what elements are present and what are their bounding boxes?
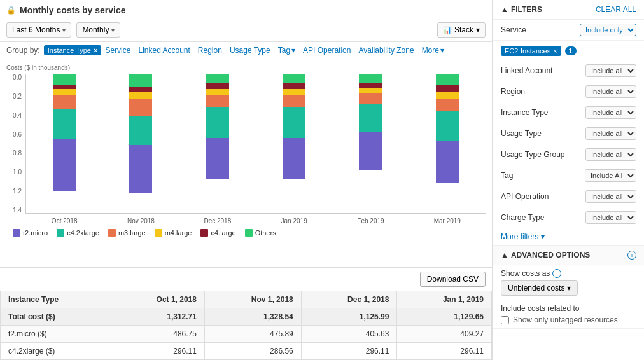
service-tag-remove-icon[interactable]: × [553, 47, 557, 55]
table-section: Download CSV Instance Type Oct 1, 2018 N… [0, 267, 492, 360]
bar-seg-others [206, 74, 229, 83]
col-oct: Oct 1, 2018 [111, 291, 204, 308]
bar-seg-others [283, 74, 305, 83]
table-cell-value: 475.89 [204, 326, 301, 343]
clear-all-button[interactable]: CLEAR ALL [596, 5, 636, 14]
include-costs-row: Include costs related to Show only untag… [493, 300, 644, 329]
download-csv-button[interactable]: Download CSV [420, 272, 486, 287]
groupby-link-more[interactable]: More ▾ [422, 46, 444, 55]
bar-seg-others [436, 74, 459, 85]
unblended-costs-button[interactable]: Unblended costs ▾ [501, 280, 578, 296]
data-table: Instance Type Oct 1, 2018 Nov 1, 2018 De… [0, 291, 492, 360]
page-header: 🔒 Monthly costs by service [0, 0, 492, 18]
groupby-link-usage-type[interactable]: Usage Type [230, 46, 270, 55]
bar-seg-c4large [283, 83, 305, 89]
filters-header: ▲ FILTERS CLEAR ALL [493, 0, 644, 20]
sidebar-filters: ▲ FILTERS CLEAR ALL Service Include only… [493, 0, 644, 360]
legend-item: t2.micro [13, 229, 48, 237]
bar-seg-t2micro [206, 138, 229, 179]
col-nov: Nov 1, 2018 [204, 291, 301, 308]
bar-seg-c4large [129, 87, 152, 92]
legend-item: m4.large [155, 229, 192, 237]
legend-color-swatch [57, 229, 64, 237]
bar-seg-c4x2large [206, 107, 229, 138]
linked-account-filter-select[interactable]: Include all [585, 64, 636, 77]
groupby-link-availability-zone[interactable]: Availability Zone [358, 46, 414, 55]
col-jan: Jan 1, 2019 [397, 291, 492, 308]
filter-row-usage-type: Usage Type Include all [493, 123, 644, 144]
bar-seg-m4large [436, 92, 459, 99]
api-operation-filter-select[interactable]: Include all [585, 190, 636, 203]
show-costs-info-icon[interactable]: i [552, 269, 561, 278]
bar-seg-m3large [53, 95, 76, 109]
legend-color-swatch [13, 229, 20, 237]
groupby-link-api-operation[interactable]: API Operation [303, 46, 351, 55]
service-tag-ec2[interactable]: EC2-Instances × [501, 46, 561, 56]
bar-seg-c4large [436, 85, 459, 92]
filter-row-service: Service Include only Include all Exclude [493, 20, 644, 41]
untagged-checkbox-row: Show only untagged resources [501, 315, 636, 324]
table-cell-value: 1,125.99 [301, 308, 397, 326]
groupby-tag-remove-icon[interactable]: × [94, 46, 97, 54]
bar-seg-c4large [53, 85, 76, 89]
date-range-caret-icon: ▾ [62, 27, 66, 34]
service-badge: 1 [565, 46, 577, 55]
untagged-checkbox[interactable] [501, 316, 509, 324]
bar-group: Feb 2019 [332, 74, 409, 213]
bar-seg-m4large [283, 89, 305, 95]
table-toolbar: Download CSV [0, 268, 492, 291]
groupby-link-region[interactable]: Region [198, 46, 222, 55]
filter-control-service: Include only Include all Exclude [580, 24, 636, 36]
usage-type-group-filter-select[interactable]: Include all [585, 148, 636, 161]
table-header-row: Instance Type Oct 1, 2018 Nov 1, 2018 De… [1, 291, 492, 308]
bar-seg-m4large [206, 89, 229, 95]
groupby-link-service[interactable]: Service [105, 46, 130, 55]
table-cell-value: 296.11 [397, 343, 492, 360]
groupby-link-tag[interactable]: Tag ▾ [278, 46, 295, 55]
usage-type-filter-select[interactable]: Include all [585, 127, 636, 140]
legend-label: m3.large [118, 229, 146, 237]
instance-type-filter-select[interactable]: Include all [585, 106, 636, 119]
filter-row-charge-type: Charge Type Include all [493, 207, 644, 228]
table-cell-value: 486.75 [111, 326, 204, 343]
bar-group: Nov 2018 [102, 74, 179, 213]
bar-x-label: Jan 2019 [281, 218, 307, 225]
service-filter-select[interactable]: Include only Include all Exclude [580, 24, 636, 36]
filter-label-service: Service [501, 25, 526, 34]
page-title: Monthly costs by service [20, 5, 126, 15]
filter-row-usage-type-group: Usage Type Group Include all [493, 144, 644, 165]
date-range-select[interactable]: Last 6 Months ▾ [6, 22, 71, 38]
unblended-caret-icon: ▾ [567, 284, 571, 293]
bar-seg-c4x2large [436, 111, 459, 141]
bar-seg-m3large [283, 95, 305, 107]
bar-seg-c4large [206, 83, 229, 89]
filter-row-instance-type: Instance Type Include all [493, 102, 644, 123]
advanced-options-header: ▲ ADVANCED OPTIONS i [493, 246, 644, 265]
filters-title: ▲ FILTERS [501, 5, 542, 14]
charge-type-filter-select[interactable]: Include all [585, 211, 636, 224]
more-filters-caret-icon: ▾ [541, 232, 545, 241]
groupby-link-linked-account[interactable]: Linked Account [138, 46, 190, 55]
bar-seg-m3large [359, 93, 382, 104]
tag-filter-select[interactable]: Include All [585, 169, 636, 182]
bar-seg-others [359, 74, 382, 83]
stack-button[interactable]: 📊 Stack ▾ [437, 22, 486, 38]
groupby-active-tag[interactable]: Instance Type × [44, 45, 102, 55]
bar-seg-m4large [359, 88, 382, 93]
bar-group: Oct 2018 [26, 74, 102, 213]
table-row: c4.2xlarge ($)296.11286.56296.11296.11 [1, 343, 492, 360]
region-filter-select[interactable]: Include all [585, 85, 636, 98]
more-filters-link[interactable]: More filters ▾ [501, 232, 636, 241]
advanced-info-icon[interactable]: i [627, 251, 636, 260]
bar-seg-t2micro [53, 139, 76, 191]
bar-group: Jan 2019 [256, 74, 332, 213]
col-dec: Dec 1, 2018 [301, 291, 397, 308]
bar-seg-t2micro [436, 141, 459, 183]
chart-bar-icon: 📊 [443, 26, 452, 34]
bar-seg-c4large [359, 83, 382, 88]
legend-label: c4.large [211, 229, 235, 237]
legend-label: t2.micro [23, 229, 48, 237]
legend-color-swatch [200, 229, 208, 237]
granularity-select[interactable]: Monthly ▾ [76, 22, 120, 38]
chart-y-axis: 1.4 1.2 1.0 0.8 0.6 0.4 0.2 0.0 [6, 74, 25, 214]
